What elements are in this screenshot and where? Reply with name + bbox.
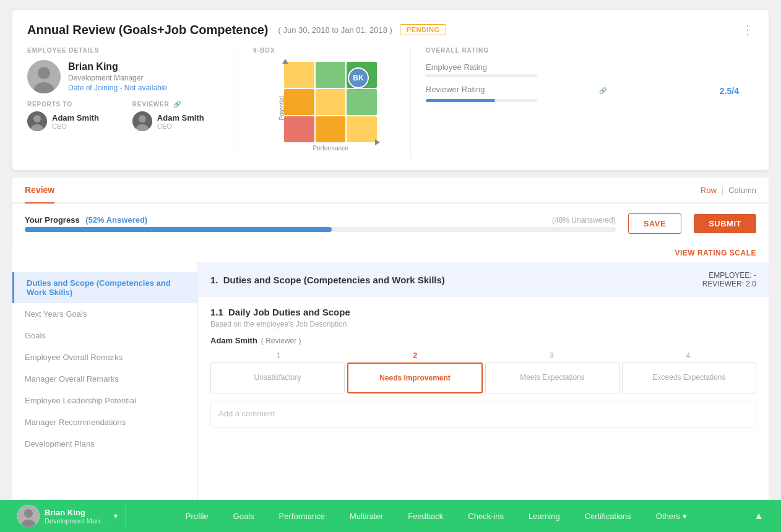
nb-cell-bot-mid: [316, 116, 346, 142]
rating-scale-row: VIEW RATING SCALE: [12, 244, 769, 262]
sidebar-item-duties[interactable]: Duties and Scope (Competencies and Work …: [12, 272, 197, 303]
main-content: Duties and Scope (Competencies and Work …: [12, 262, 769, 500]
tabs-row: Review Row | Column: [12, 178, 769, 204]
review-content: 1. Duties and Scope (Competencies and Wo…: [198, 262, 769, 500]
reviewer-display-name: Adam Smith: [210, 336, 257, 345]
reports-to-label: REPORTS TO: [27, 101, 99, 108]
review-section-header: 1. Duties and Scope (Competencies and Wo…: [198, 262, 769, 297]
bottom-user-chevron-icon: ▾: [114, 512, 118, 520]
sidebar-item-manager-reco[interactable]: Manager Recommendations: [12, 411, 197, 433]
rating-opt-needs-improvement[interactable]: Needs Improvement: [347, 363, 483, 393]
subsection-desc: Based on the employee's Job Description: [210, 320, 756, 328]
employee-join-date[interactable]: Date of Joining - Not available: [68, 84, 167, 92]
overall-rating-label: OVERALL RATING: [426, 47, 739, 54]
sidebar-item-next-goals[interactable]: Next Years Goals: [12, 303, 197, 325]
submit-button[interactable]: SUBMIT: [694, 214, 756, 233]
nav-item-multirater[interactable]: Multirater: [337, 500, 395, 532]
reports-to-role: CEO: [52, 122, 99, 130]
svg-point-7: [139, 115, 146, 122]
rating-num-4: 4: [620, 351, 757, 360]
reviewer-name: Adam Smith: [157, 113, 204, 122]
comment-box[interactable]: Add a comment: [210, 401, 756, 428]
nav-item-feedback[interactable]: Feedback: [395, 500, 455, 532]
unanswered-pct: (48% Unanswered): [552, 216, 616, 225]
sidebar-item-employee-remarks[interactable]: Employee Overall Remarks: [12, 346, 197, 368]
view-row-toggle[interactable]: Row: [701, 186, 717, 195]
svg-point-4: [33, 115, 41, 122]
sidebar-item-leadership[interactable]: Employee Leadership Potential: [12, 390, 197, 411]
nav-item-learning[interactable]: Learning: [516, 500, 572, 532]
review-subsection: 1.1 Daily Job Duties and Scope Based on …: [198, 297, 769, 438]
rating-num-3: 3: [483, 351, 620, 360]
ninebox-chart: Potential: [269, 59, 380, 158]
view-rating-scale-link[interactable]: VIEW RATING SCALE: [675, 249, 756, 257]
reviewer-rating-label: Reviewer Rating: [426, 85, 485, 94]
nb-cell-mid-right: [347, 89, 377, 115]
reviewer-avatar: [132, 111, 152, 131]
employee-bubble: BK: [348, 67, 369, 88]
employee-rating-label: Employee Rating: [426, 62, 739, 72]
reviewer-name-row: Adam Smith ( Reviewer ): [210, 336, 756, 345]
review-section-title: 1. Duties and Scope (Competencies and Wo…: [210, 275, 445, 285]
nav-item-goals[interactable]: Goals: [221, 500, 267, 532]
answered-pct: (52% Answered): [85, 215, 147, 225]
reports-to-avatar: [27, 111, 47, 131]
employee-avatar: [27, 60, 61, 93]
bottom-user-section[interactable]: Brian King Development Man... ▾: [10, 505, 126, 527]
rating-options: Unsatisfactory Needs Improvement Meets E…: [210, 363, 756, 393]
progress-bar: [25, 227, 332, 232]
reviewer-rating-link-icon[interactable]: 🔗: [599, 87, 606, 94]
rating-num-1: 1: [210, 351, 347, 360]
employee-title: Development Manager: [68, 74, 167, 82]
nb-cell-top-left: [284, 62, 314, 88]
bottom-user-avatar: [17, 505, 40, 527]
nav-item-certifications[interactable]: Certifications: [572, 500, 644, 532]
ninebox-label: 9-BOX: [253, 47, 395, 54]
nb-cell-bot-left: [284, 116, 314, 142]
sidebar-item-dev-plans[interactable]: Development Plans: [12, 433, 197, 455]
nav-item-others[interactable]: Others ▾: [644, 500, 699, 532]
employee-name: Brian King: [68, 61, 167, 72]
subsection-title: 1.1 Daily Job Duties and Scope: [210, 307, 756, 317]
employee-rating-row: Employee Rating: [426, 62, 739, 77]
reviewer-rating-row: Reviewer Rating 🔗 2.5/4: [426, 85, 739, 102]
rating-num-2: 2: [347, 351, 484, 360]
svg-point-10: [24, 509, 33, 518]
nav-item-performance[interactable]: Performance: [267, 500, 337, 532]
view-column-toggle[interactable]: Column: [728, 186, 756, 195]
others-chevron-icon: ▾: [683, 512, 687, 521]
reviewer-role: CEO: [157, 122, 204, 130]
scroll-up-icon[interactable]: ▲: [746, 510, 771, 521]
sidebar-item-manager-remarks[interactable]: Manager Overall Remarks: [12, 368, 197, 390]
rating-opt-exceeds-expectations[interactable]: Exceeds Expectations: [622, 363, 756, 393]
nb-cell-top-mid: [316, 62, 346, 88]
bottom-user-name: Brian King: [45, 508, 105, 517]
reviewer-rating-value: 2.5/4: [720, 86, 739, 96]
progress-label: Your Progress: [25, 215, 80, 225]
sidebar-item-goals[interactable]: Goals: [12, 325, 197, 346]
tab-review[interactable]: Review: [25, 178, 54, 202]
reviewer-tag: ( Reviewer ): [261, 337, 301, 345]
nav-item-checkins[interactable]: Check-ins: [455, 500, 516, 532]
nav-item-profile[interactable]: Profile: [173, 500, 221, 532]
nb-cell-mid-left: [284, 89, 314, 115]
reviewer-label: REVIEWER 🔗: [132, 101, 204, 108]
more-options-icon[interactable]: ⋮: [741, 22, 754, 37]
save-button[interactable]: SAVE: [628, 213, 681, 234]
sidebar: Duties and Scope (Competencies and Work …: [12, 262, 198, 500]
rating-opt-unsatisfactory[interactable]: Unsatisfactory: [210, 363, 345, 393]
status-badge: PENDING: [400, 24, 447, 35]
employee-details-label: EMPLOYEE DETAILS: [27, 47, 238, 54]
rating-opt-meets-expectations[interactable]: Meets Expectations: [485, 363, 619, 393]
section-scores: EMPLOYEE: - REVIEWER: 2.0: [702, 271, 756, 288]
date-range: ( Jun 30, 2018 to Jan 01, 2018 ): [278, 25, 392, 35]
nb-cell-bot-right: [347, 116, 377, 142]
reports-to-name: Adam Smith: [52, 113, 99, 122]
svg-point-1: [38, 67, 50, 79]
progress-card: Your Progress (52% Answered) (48% Unansw…: [12, 204, 769, 244]
bottom-nav-items: Profile Goals Performance Multirater Fee…: [126, 500, 746, 532]
rating-numbers-row: 1 2 3 4: [210, 351, 756, 360]
ninebox-y-axis-label: Potential: [278, 97, 285, 121]
nb-cell-mid-mid: [316, 89, 346, 115]
bottom-nav: Brian King Development Man... ▾ Profile …: [0, 500, 781, 532]
